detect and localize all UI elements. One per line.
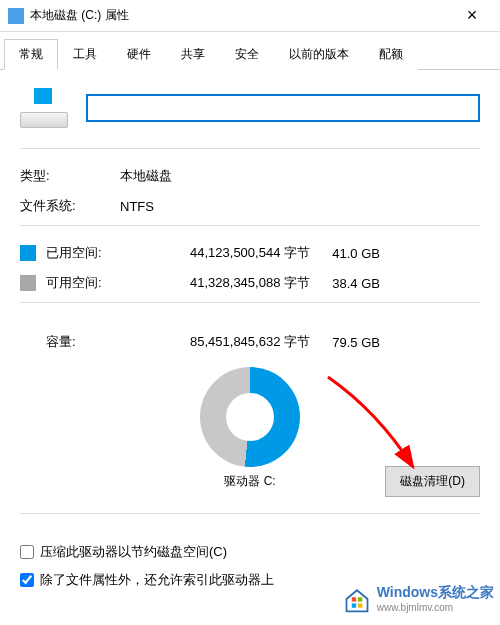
index-label: 除了文件属性外，还允许索引此驱动器上 (40, 571, 274, 589)
capacity-label: 容量: (20, 333, 120, 351)
compress-option[interactable]: 压缩此驱动器以节约磁盘空间(C) (20, 538, 480, 566)
volume-label-input[interactable] (86, 94, 480, 122)
usage-chart-area: 驱动器 C: 磁盘清理(D) (20, 367, 480, 497)
compress-label: 压缩此驱动器以节约磁盘空间(C) (40, 543, 227, 561)
drive-large-icon (20, 88, 68, 128)
separator (20, 225, 480, 226)
svg-rect-0 (351, 597, 355, 601)
disk-header (20, 82, 480, 144)
tab-security[interactable]: 安全 (220, 39, 274, 70)
free-gb: 38.4 GB (310, 276, 380, 291)
capacity-bytes: 85,451,845,632 字节 (120, 333, 310, 351)
watermark: Windows系统之家 www.bjmlmv.com (339, 582, 498, 615)
watermark-logo-icon (343, 585, 371, 613)
index-checkbox[interactable] (20, 573, 34, 587)
svg-rect-2 (351, 603, 355, 607)
watermark-brand: Windows系统之家 (377, 584, 494, 602)
row-free-space: 可用空间: 41,328,345,088 字节 38.4 GB (20, 268, 480, 298)
used-gb: 41.0 GB (310, 246, 380, 261)
titlebar: 本地磁盘 (C:) 属性 × (0, 0, 500, 32)
svg-rect-1 (358, 597, 362, 601)
used-bytes: 44,123,500,544 字节 (120, 244, 310, 262)
fs-label: 文件系统: (20, 197, 120, 215)
capacity-gb: 79.5 GB (310, 335, 380, 350)
svg-rect-3 (358, 603, 362, 607)
type-value: 本地磁盘 (120, 167, 480, 185)
row-type: 类型: 本地磁盘 (20, 161, 480, 191)
window-title: 本地磁盘 (C:) 属性 (30, 7, 129, 24)
tab-previous-versions[interactable]: 以前的版本 (274, 39, 364, 70)
row-used-space: 已用空间: 44,123,500,544 字节 41.0 GB (20, 238, 480, 268)
tab-quota[interactable]: 配额 (364, 39, 418, 70)
tab-general[interactable]: 常规 (4, 39, 58, 70)
separator (20, 513, 480, 514)
drive-icon (8, 8, 24, 24)
separator (20, 148, 480, 149)
used-label: 已用空间: (46, 244, 120, 262)
close-button[interactable]: × (452, 5, 492, 26)
type-label: 类型: (20, 167, 120, 185)
row-capacity: 容量: 85,451,845,632 字节 79.5 GB (20, 315, 480, 357)
used-swatch-icon (20, 245, 36, 261)
tab-bar: 常规 工具 硬件 共享 安全 以前的版本 配额 (0, 32, 500, 70)
free-bytes: 41,328,345,088 字节 (120, 274, 310, 292)
fs-value: NTFS (120, 199, 480, 214)
disk-cleanup-button[interactable]: 磁盘清理(D) (385, 466, 480, 497)
tab-hardware[interactable]: 硬件 (112, 39, 166, 70)
free-label: 可用空间: (46, 274, 120, 292)
compress-checkbox[interactable] (20, 545, 34, 559)
free-swatch-icon (20, 275, 36, 291)
watermark-url: www.bjmlmv.com (377, 602, 494, 613)
row-filesystem: 文件系统: NTFS (20, 191, 480, 221)
tab-sharing[interactable]: 共享 (166, 39, 220, 70)
tab-tools[interactable]: 工具 (58, 39, 112, 70)
separator (20, 302, 480, 303)
usage-donut-chart (200, 367, 300, 467)
content-panel: 类型: 本地磁盘 文件系统: NTFS 已用空间: 44,123,500,544… (0, 70, 500, 606)
